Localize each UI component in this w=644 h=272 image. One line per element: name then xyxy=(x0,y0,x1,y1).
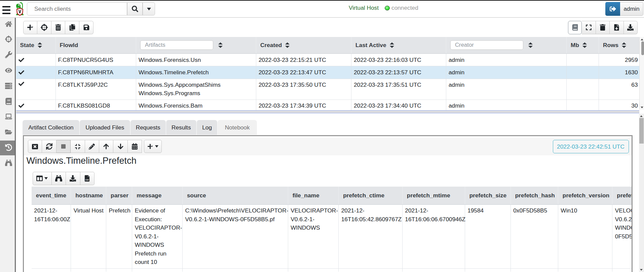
svg-text:CSV: CSV xyxy=(85,179,89,181)
